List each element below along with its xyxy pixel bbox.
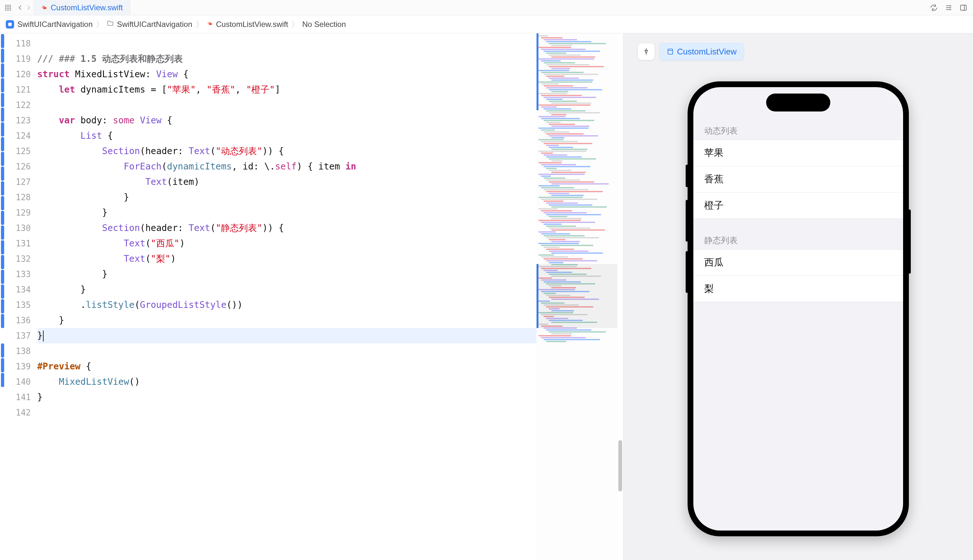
device-button-volume-down bbox=[685, 251, 688, 293]
device-screen[interactable]: 动态列表 苹果香蕉橙子 静态列表 西瓜梨 bbox=[693, 87, 903, 530]
breadcrumb-group-label: SwiftUICartNavigation bbox=[117, 20, 192, 29]
nav-forward-icon[interactable] bbox=[25, 4, 32, 11]
code-area[interactable]: /// ### 1.5 动态列表和静态列表 struct MixedListVi… bbox=[35, 33, 537, 560]
preview-selector[interactable]: CustomListView bbox=[659, 43, 744, 60]
list-item[interactable]: 橙子 bbox=[693, 193, 903, 218]
refresh-icon[interactable] bbox=[930, 4, 938, 12]
list-item[interactable]: 梨 bbox=[693, 276, 903, 302]
svg-rect-1 bbox=[8, 5, 10, 7]
breadcrumb-selection-label: No Selection bbox=[302, 20, 346, 29]
pin-button[interactable] bbox=[637, 43, 655, 60]
list-item[interactable]: 香蕉 bbox=[693, 166, 903, 193]
breadcrumb-group[interactable]: SwiftUICartNavigation bbox=[107, 20, 192, 29]
list-section: 苹果香蕉橙子 bbox=[693, 140, 903, 219]
svg-rect-10 bbox=[8, 22, 12, 26]
change-bar bbox=[0, 33, 5, 560]
tab-title: CustomListView.swift bbox=[51, 3, 123, 12]
device-frame: 动态列表 苹果香蕉橙子 静态列表 西瓜梨 bbox=[687, 82, 909, 536]
chevron-right-icon: 〉 bbox=[95, 19, 104, 30]
folder-icon bbox=[107, 20, 114, 29]
breadcrumb-project-label: SwiftUICartNavigation bbox=[17, 20, 93, 29]
chevron-right-icon: 〉 bbox=[291, 19, 299, 30]
preview-chip-label: CustomListView bbox=[677, 47, 737, 57]
toggle-sidebar-right-icon[interactable] bbox=[960, 4, 967, 12]
minimap[interactable] bbox=[537, 33, 617, 560]
svg-rect-7 bbox=[949, 5, 951, 10]
breadcrumb-project[interactable]: SwiftUICartNavigation bbox=[6, 20, 93, 29]
swift-icon bbox=[40, 4, 47, 11]
svg-rect-11 bbox=[668, 49, 673, 55]
swift-icon bbox=[207, 20, 213, 29]
svg-rect-3 bbox=[8, 8, 10, 10]
device-button-power bbox=[908, 210, 911, 273]
device-button-volume-up bbox=[685, 200, 688, 242]
device-button-silence bbox=[685, 165, 688, 187]
svg-rect-0 bbox=[5, 5, 7, 7]
breadcrumb-file[interactable]: CustomListView.swift bbox=[207, 20, 288, 29]
main-split: 1181191201211221231241251261271281291301… bbox=[0, 33, 973, 560]
svg-rect-2 bbox=[5, 8, 7, 10]
breadcrumb: SwiftUICartNavigation 〉 SwiftUICartNavig… bbox=[0, 15, 973, 33]
svg-rect-8 bbox=[961, 5, 966, 10]
breadcrumb-file-label: CustomListView.swift bbox=[216, 20, 288, 29]
scrollbar[interactable] bbox=[617, 33, 623, 560]
code-editor[interactable]: 1181191201211221231241251261271281291301… bbox=[0, 33, 624, 560]
project-icon bbox=[6, 20, 14, 28]
canvas-preview: CustomListView 动态列表 苹果香蕉橙子 静态列表 西瓜梨 bbox=[624, 33, 973, 560]
list-item[interactable]: 西瓜 bbox=[693, 250, 903, 276]
list-section: 西瓜梨 bbox=[693, 249, 903, 302]
dynamic-island bbox=[766, 93, 830, 112]
list-item[interactable]: 苹果 bbox=[693, 140, 903, 166]
file-tab[interactable]: CustomListView.swift bbox=[33, 0, 130, 15]
breadcrumb-selection[interactable]: No Selection bbox=[302, 20, 346, 29]
tab-bar: CustomListView.swift bbox=[0, 0, 973, 15]
editor-layout-icon[interactable] bbox=[0, 0, 15, 15]
scrollbar-thumb[interactable] bbox=[618, 440, 622, 492]
section-header: 动态列表 bbox=[693, 121, 903, 140]
adjust-editor-icon[interactable] bbox=[945, 4, 953, 12]
nav-back-icon[interactable] bbox=[17, 4, 24, 11]
chevron-right-icon: 〉 bbox=[195, 19, 204, 30]
app-list[interactable]: 动态列表 苹果香蕉橙子 静态列表 西瓜梨 bbox=[693, 87, 903, 302]
line-gutter[interactable]: 1181191201211221231241251261271281291301… bbox=[5, 33, 35, 560]
section-header: 静态列表 bbox=[693, 230, 903, 249]
